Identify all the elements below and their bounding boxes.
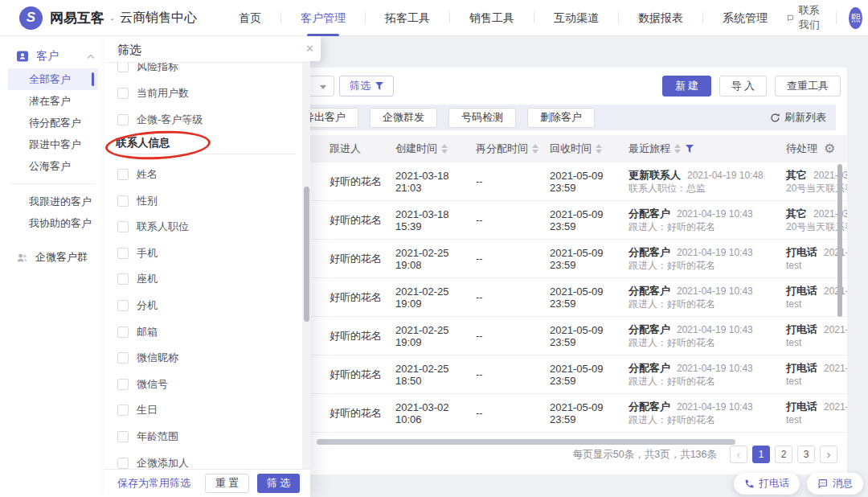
sort-icon[interactable]: [596, 144, 602, 154]
filter-option: 企微-客户等级: [104, 110, 289, 129]
pager-prev-button[interactable]: ‹: [730, 446, 747, 463]
sidebar-item-wecom-groups[interactable]: 企微客户群: [0, 245, 104, 269]
import-button[interactable]: 导入: [719, 76, 767, 97]
nav-item-3[interactable]: 拓客工具: [366, 0, 449, 36]
filter-option: 姓名: [104, 165, 289, 184]
pagination-summary: 每页显示50条，共3页，共136条: [573, 448, 717, 462]
message-fab[interactable]: 消息: [807, 473, 863, 495]
drawer-close-button[interactable]: ✕: [299, 36, 321, 61]
filter-option-label[interactable]: 性别: [137, 194, 158, 208]
pager-page-3[interactable]: 3: [797, 446, 815, 463]
column-settings-gear-icon[interactable]: ⚙: [824, 142, 835, 155]
checkbox[interactable]: [117, 379, 129, 390]
drawer-title: 筛选: [117, 43, 141, 58]
column-header-2[interactable]: 创建时间: [395, 142, 476, 156]
pager-page-2[interactable]: 2: [775, 446, 792, 463]
contact-us-button[interactable]: 联系我们: [787, 3, 823, 32]
checkbox[interactable]: [117, 327, 129, 338]
pager-page-1[interactable]: 1: [752, 446, 770, 463]
sidebar-item-6[interactable]: 我跟进的客户: [8, 191, 98, 212]
sidebar-item-3[interactable]: 待分配客户: [8, 112, 98, 133]
filter-option-label[interactable]: 企微添加人: [137, 456, 189, 469]
cell-recycle-time: 2021-05-09 23:59: [550, 324, 628, 348]
sidebar-item-7[interactable]: 我协助的客户: [8, 212, 98, 234]
sidebar-item-4[interactable]: 跟进中客户: [8, 133, 98, 155]
todo-line1: 打电话2021-0: [786, 322, 847, 337]
sidebar-item-label: 企微客户群: [35, 250, 88, 265]
filter-option-label[interactable]: 姓名: [137, 167, 158, 182]
table-horizontal-scrollbar[interactable]: [317, 439, 735, 445]
filter-option-label[interactable]: 风险指标: [137, 63, 178, 74]
call-fab-label: 打电话: [760, 477, 790, 491]
checkbox[interactable]: [117, 88, 129, 99]
column-filter-icon[interactable]: [686, 145, 694, 153]
checkbox[interactable]: [117, 114, 129, 125]
caret-down-icon: [441, 150, 448, 154]
new-customer-button[interactable]: 新建: [662, 76, 711, 97]
pager-next-button[interactable]: ›: [820, 446, 837, 463]
checkbox[interactable]: [117, 195, 129, 207]
filter-option-label[interactable]: 当前用户数: [137, 86, 189, 101]
filter-option-label[interactable]: 生日: [137, 403, 158, 417]
dedupe-tool-button[interactable]: 查重工具: [775, 76, 841, 97]
sort-icon[interactable]: [532, 144, 538, 154]
filter-option-label[interactable]: 微信昵称: [137, 351, 178, 365]
checkbox[interactable]: [117, 300, 129, 311]
filter-option-label[interactable]: 联系人职位: [137, 220, 189, 234]
open-filter-button[interactable]: 筛选: [339, 76, 394, 97]
chat-bubble-icon: [787, 12, 794, 24]
nav-item-6[interactable]: 数据报表: [619, 0, 702, 36]
todo-line2: test: [786, 375, 847, 388]
checkbox[interactable]: [117, 431, 129, 442]
checkbox[interactable]: [117, 458, 129, 469]
nav-item-2[interactable]: 客户管理: [281, 0, 365, 36]
save-as-common-filter-link[interactable]: 保存为常用筛选: [117, 476, 190, 491]
sidebar-items: 全部客户潜在客户待分配客户跟进中客户公海客户我跟进的客户我协助的客户: [0, 68, 104, 234]
checkbox[interactable]: [117, 169, 129, 180]
user-avatar[interactable]: 熙: [849, 7, 862, 29]
filter-option-label[interactable]: 座机: [137, 272, 158, 286]
sort-icon[interactable]: [441, 144, 448, 154]
reset-button[interactable]: 重置: [205, 474, 249, 493]
column-header-1[interactable]: 跟进人: [330, 142, 395, 156]
cell-reassigned-time: --: [476, 330, 550, 342]
table-vertical-scrollbar[interactable]: [837, 164, 842, 317]
filter-option-label[interactable]: 手机: [137, 246, 158, 261]
sidebar-item-1[interactable]: 全部客户: [8, 68, 98, 90]
column-header-4[interactable]: 回收时间: [550, 142, 628, 156]
column-header-3[interactable]: 再分配时间: [476, 142, 550, 156]
filter-option-label[interactable]: 企微-客户等级: [137, 113, 203, 127]
filter-option-label[interactable]: 年龄范围: [137, 429, 178, 444]
column-header-5[interactable]: 最近旅程: [628, 142, 786, 156]
checkbox[interactable]: [117, 221, 129, 232]
drawer-scrollbar-thumb[interactable]: [304, 187, 309, 322]
call-fab[interactable]: 打电话: [734, 473, 800, 495]
toolbar-button-3[interactable]: 号码检测: [448, 108, 516, 128]
checkbox[interactable]: [117, 273, 129, 285]
filter-option: 联系人职位: [104, 217, 289, 236]
caret-down-icon: [596, 150, 602, 154]
toolbar-button-4[interactable]: 删除客户: [527, 108, 595, 128]
filter-option-label[interactable]: 分机: [137, 298, 158, 313]
todo-line1: 打电话2021-0: [786, 361, 847, 376]
checkbox[interactable]: [117, 405, 129, 416]
sidebar-item-5[interactable]: 公海客户: [8, 155, 98, 177]
toolbar-button-2[interactable]: 企微群发: [370, 108, 437, 128]
refresh-list-button[interactable]: 刷新列表: [770, 110, 826, 125]
nav-item-4[interactable]: 销售工具: [450, 0, 534, 36]
checkbox[interactable]: [117, 248, 129, 259]
apply-filter-button[interactable]: 筛选: [257, 474, 300, 493]
nav-item-1[interactable]: 首页: [219, 0, 280, 36]
column-header-6[interactable]: 待处理⚙: [786, 142, 847, 156]
filter-option-label[interactable]: 微信号: [137, 377, 168, 392]
filter-option-label[interactable]: 邮箱: [137, 325, 158, 339]
checkbox[interactable]: [117, 352, 129, 364]
top-nav: S 网易互客 · 云商销售中心 首页客户管理拓客工具销售工具互动渠道数据报表系统…: [0, 0, 868, 36]
nav-item-7[interactable]: 系统管理: [703, 0, 787, 36]
sidebar-item-2[interactable]: 潜在客户: [8, 90, 98, 112]
nav-item-5[interactable]: 互动渠道: [534, 0, 618, 36]
checkbox[interactable]: [117, 63, 129, 72]
filter-option: 手机: [104, 244, 289, 263]
sort-icon[interactable]: [674, 144, 681, 154]
sidebar-group-customers[interactable]: 客户: [0, 44, 104, 68]
